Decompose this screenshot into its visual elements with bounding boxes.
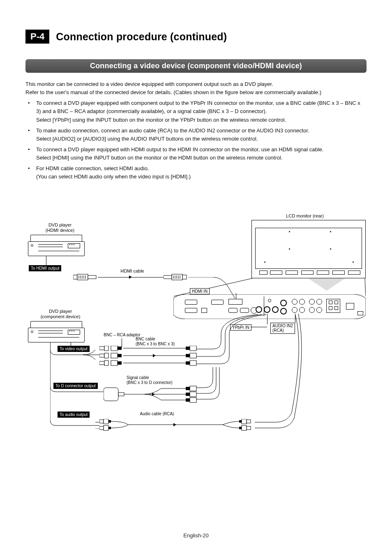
- hdmi-cable-label: HDMI cable: [112, 268, 153, 274]
- svg-rect-40: [190, 361, 196, 365]
- bullet-item: To connect a DVD player equipped with HD…: [25, 146, 367, 162]
- ypbpr-port-icon: [272, 306, 279, 313]
- section-panel: Connecting a video device (component vid…: [25, 59, 367, 73]
- page-number-label: English-20: [183, 532, 208, 539]
- svg-rect-61: [239, 420, 242, 423]
- bullet-item: For HDMI cable connection, select HDMI a…: [25, 164, 367, 181]
- svg-rect-3: [73, 275, 77, 279]
- page-title: Connection procedure (continued): [56, 31, 227, 43]
- svg-rect-62: [242, 419, 247, 424]
- vga-port-icon: [185, 308, 197, 313]
- svg-marker-31: [153, 354, 156, 357]
- audio-port-icon: [292, 307, 297, 313]
- dvd-component-label: DVD player (component device): [25, 309, 95, 320]
- page-number-badge: P-4: [25, 30, 49, 44]
- switch-icon: [357, 311, 363, 315]
- hdmi-plug-icon: [73, 273, 98, 281]
- ypbpr-port-icon: [256, 306, 262, 313]
- port-icon: [201, 308, 207, 313]
- connection-diagram: LCD monitor (rear): [25, 222, 367, 453]
- svg-rect-48: [190, 386, 196, 391]
- lcd-monitor-icon: [251, 220, 366, 278]
- svg-rect-64: [239, 427, 242, 429]
- svg-rect-32: [186, 354, 190, 357]
- bullet-line: To connect a DVD player equipped with co…: [36, 100, 360, 114]
- svg-rect-47: [186, 387, 190, 390]
- page-footer: English-20: [0, 532, 392, 539]
- svg-rect-49: [186, 393, 190, 396]
- svg-rect-25: [190, 346, 196, 351]
- svg-rect-29: [118, 354, 122, 357]
- dvd-hdmi-icon: [28, 241, 85, 256]
- bullet-line: To make audio connection, connect an aud…: [36, 127, 309, 134]
- port-icon: [240, 308, 249, 313]
- intro-line-1: This monitor can be connected to a video…: [25, 80, 367, 88]
- audio-port-icon: [316, 307, 322, 313]
- svg-rect-24: [186, 347, 190, 350]
- dvd-component-icon: [30, 321, 82, 328]
- lcd-monitor-label: LCD monitor (rear): [272, 213, 338, 219]
- port-icon: [268, 299, 271, 302]
- dvd-component-icon: [28, 328, 85, 342]
- svg-rect-33: [190, 353, 196, 358]
- svg-rect-39: [186, 361, 190, 365]
- audio-port-icon: [309, 307, 315, 313]
- audio-port-icon: [309, 299, 315, 305]
- audio-cable-label: Audio cable (RCA): [128, 412, 186, 417]
- hdmi-plug-icon: [164, 273, 188, 281]
- cable-route-icon: [251, 314, 316, 429]
- svg-rect-36: [111, 361, 118, 365]
- bullet-line: For HDMI cable connection, select HDMI a…: [36, 165, 149, 171]
- audio-port-icon: [299, 299, 305, 305]
- ypbpr-port-icon: [264, 306, 270, 313]
- page-header: P-4 Connection procedure (continued): [25, 30, 367, 44]
- cable-route-icon: [196, 367, 229, 401]
- audio-port-icon: [292, 299, 297, 305]
- bullet-item: To connect a DVD player equipped with co…: [25, 99, 367, 124]
- svg-rect-52: [190, 398, 196, 402]
- bullet-line: To connect a DVD player equipped with HD…: [36, 146, 323, 153]
- svg-rect-21: [111, 346, 118, 351]
- intro-line-2: Refer to the user's manual of the connec…: [25, 88, 367, 97]
- bullet-line: Select [AUDIO2] or [AUDIO3] using the AU…: [36, 136, 258, 142]
- svg-rect-37: [118, 361, 122, 365]
- svg-marker-60: [173, 423, 176, 426]
- svg-rect-54: [104, 419, 108, 424]
- svg-rect-41: [118, 393, 124, 396]
- body-text: This monitor can be connected to a video…: [25, 80, 367, 181]
- svg-rect-50: [190, 392, 196, 397]
- port-icon: [228, 308, 238, 313]
- bullet-item: To make audio connection, connect an aud…: [25, 127, 367, 143]
- cable-assembly-icon: [99, 346, 206, 367]
- svg-marker-43: [152, 393, 155, 396]
- to-hdmi-output-label: To HDMI output: [29, 265, 61, 271]
- port-icon: [280, 300, 287, 306]
- bullet-line: (You can select HDMI audio only when the…: [36, 173, 191, 180]
- signal-cable-icon: [104, 385, 206, 405]
- svg-rect-63: [247, 420, 251, 423]
- power-port-icon: [346, 303, 354, 310]
- svg-rect-11: [164, 275, 172, 279]
- dvd-hdmi-icon: [30, 235, 82, 241]
- svg-rect-66: [247, 426, 251, 430]
- bullet-line: Select [YPbPr] using the INPUT button on…: [36, 117, 286, 123]
- section-title: Connecting a video device (component vid…: [25, 59, 367, 73]
- svg-rect-10: [88, 275, 96, 279]
- svg-rect-55: [108, 420, 111, 423]
- svg-rect-57: [104, 426, 108, 430]
- svg-rect-58: [108, 427, 111, 429]
- svg-rect-65: [242, 426, 247, 430]
- svg-rect-28: [111, 353, 118, 358]
- svg-line-2: [365, 278, 366, 296]
- hdmi-in-label: HDMI IN: [190, 288, 210, 294]
- cable-route-icon: [50, 342, 104, 429]
- audio-port-icon: [316, 299, 322, 305]
- bullet-list: To connect a DVD player equipped with co…: [25, 99, 367, 181]
- svg-rect-51: [186, 398, 190, 402]
- signal-cable-label: Signal cable (BNC x 3 to D connector): [127, 375, 196, 386]
- svg-rect-18: [182, 275, 187, 279]
- audio-port-icon: [299, 307, 305, 313]
- audio-cable-icon: [99, 419, 256, 431]
- svg-rect-22: [118, 347, 122, 350]
- bullet-line: Select [HDMI] using the INPUT button on …: [36, 155, 282, 161]
